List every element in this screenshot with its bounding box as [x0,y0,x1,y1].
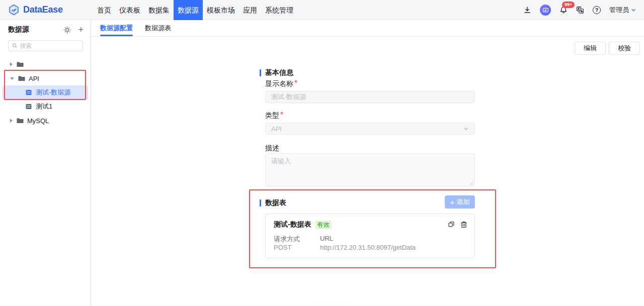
top-actions: 编辑 校验 [575,42,640,55]
tree-folder-unnamed[interactable] [3,57,88,71]
settings-gear-icon[interactable] [63,26,71,34]
tab-bar: 数据源配置 数据源表 [91,20,644,37]
sidebar-header: 数据源 + [8,25,84,34]
tree-folder-api[interactable]: API [3,71,88,85]
add-datatable-button[interactable]: + 添加 [445,195,475,209]
datatable-section-header: 数据表 [260,198,286,208]
datasource-tree: API 测试-数据源 测试1 [0,57,91,128]
sidebar-search-box[interactable] [8,40,83,51]
translate-icon[interactable] [576,6,584,14]
nav-item-datasource[interactable]: 数据源 [174,0,203,20]
method-header: 请求方式 [274,235,300,244]
type-select[interactable]: API [265,123,475,135]
help-icon[interactable]: ? [593,6,601,14]
database-icon [25,103,32,110]
trash-icon[interactable] [460,221,467,228]
datatable-card-title: 测试-数据表 [274,220,311,229]
datatable-card: 测试-数据表 有效 [265,214,475,258]
status-badge: 有效 [315,221,332,229]
tree-item-test1-label: 测试1 [36,102,52,111]
search-input[interactable] [20,42,79,49]
tree-item-selected-label: 测试-数据源 [36,88,70,97]
app-logo[interactable]: DataEase [0,4,93,16]
topbar-right: 99+ ? 管理员 [523,0,644,20]
nav-item-dashboard[interactable]: 仪表板 [115,0,144,20]
type-select-value: API [271,125,282,133]
nav-item-dataset[interactable]: 数据集 [144,0,174,20]
sidebar-title: 数据源 [8,25,56,34]
plus-icon: + [450,198,455,207]
nav-item-template-market[interactable]: 模板市场 [203,0,239,20]
database-icon [25,89,32,96]
tree-item-test1[interactable]: 测试1 [3,99,88,114]
folder-icon [17,117,24,124]
display-name-input[interactable] [265,91,475,103]
nav-item-home[interactable]: 首页 [93,0,115,20]
tree-folder-mysql[interactable]: MySQL [3,114,88,128]
edit-button[interactable]: 编辑 [575,42,606,55]
datasource-sidebar: 数据源 + [0,20,91,306]
basic-info-section-header: 基本信息 [260,68,293,77]
type-field-label: 类型* [265,111,283,120]
nav-item-system-management[interactable]: 系统管理 [261,0,297,20]
folder-icon [18,75,25,82]
nav-item-application[interactable]: 应用 [239,0,261,20]
tree-item-test-datasource[interactable]: 测试-数据源 [3,85,88,99]
dataease-logo-icon [8,4,20,16]
chevron-down-icon [463,126,469,132]
folder-icon [17,61,24,68]
name-field-label: 显示名称* [265,79,297,88]
user-menu[interactable]: 管理员 [609,6,636,15]
description-field-label: 描述 [265,143,279,153]
user-name: 管理员 [609,6,629,15]
tree-folder-api-label: API [29,75,39,82]
logo-wordmark: DataEase [23,5,63,15]
notification-bell-icon[interactable]: 99+ [559,6,568,14]
url-header: URL [320,235,333,242]
bottom-bar-shadow [212,294,453,306]
description-textarea[interactable] [265,153,475,186]
top-bar: DataEase 首页 仪表板 数据集 数据源 模板市场 应用 系统管理 [0,0,644,20]
add-datasource-icon[interactable]: + [78,26,84,34]
caret-down-icon [10,77,14,80]
validate-button[interactable]: 校验 [609,42,640,55]
caret-right-icon [10,62,13,66]
notification-count-badge: 99+ [562,2,575,8]
download-icon[interactable] [523,6,531,14]
search-icon [12,43,18,49]
main-nav: 首页 仪表板 数据集 数据源 模板市场 应用 系统管理 [93,0,297,20]
main-content: 数据源配置 数据源表 编辑 校验 基本信息 显示名称* 类型* API 描述 [91,20,644,306]
tree-folder-mysql-label: MySQL [27,117,49,125]
chevron-down-icon [631,8,636,13]
section-accent-bar [260,69,261,76]
copy-icon[interactable] [448,221,455,228]
tab-datasource-config[interactable]: 数据源配置 [100,20,133,36]
message-assistant-icon[interactable] [540,5,551,16]
section-accent-bar [260,199,261,207]
url-value: http://172.20.31.50:8097/getData [320,244,416,251]
caret-right-icon [10,119,13,123]
tab-datasource-tables[interactable]: 数据源表 [145,20,171,36]
method-value: POST [274,244,291,251]
